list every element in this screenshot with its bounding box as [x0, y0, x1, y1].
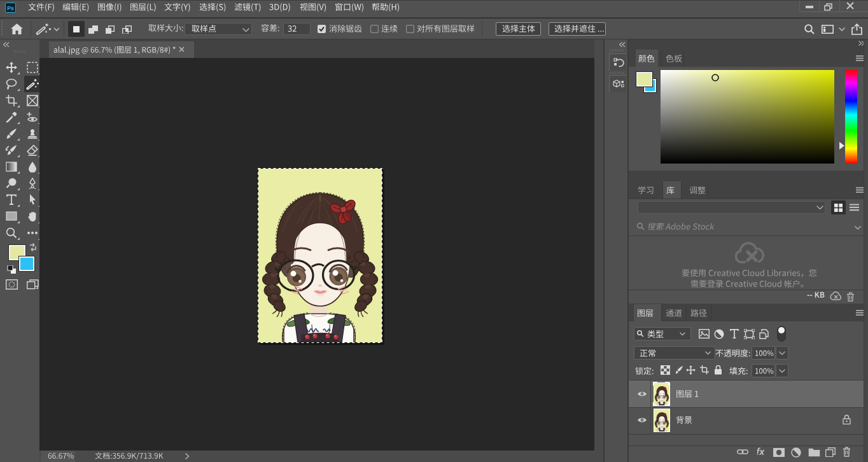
- svg-text:Ps: Ps: [7, 5, 14, 11]
